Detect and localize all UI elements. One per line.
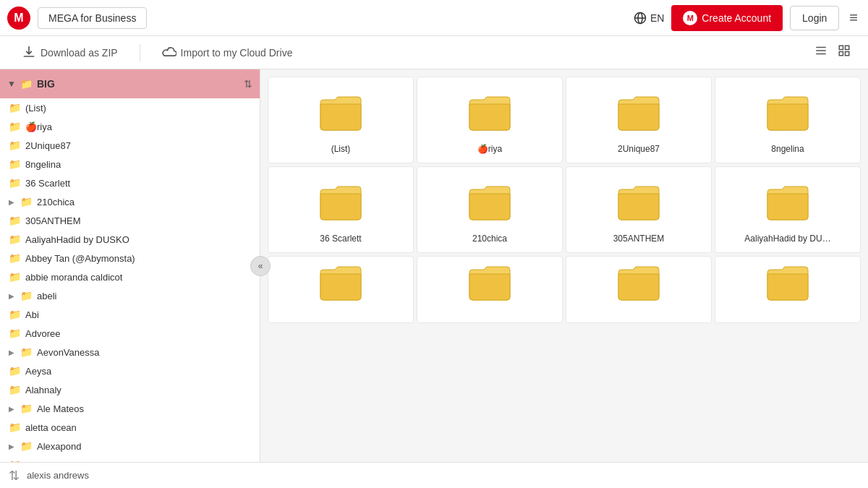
folder-icon: 📁 <box>20 290 33 301</box>
mega-m-badge: M <box>683 11 697 25</box>
svg-rect-8 <box>839 52 843 56</box>
folder-icon: 📁 <box>9 365 21 377</box>
folder-icon-large <box>617 94 660 138</box>
folder-icon: 📁 <box>9 121 21 132</box>
folder-icon-large <box>319 94 362 138</box>
sort-icon[interactable]: ⇅ <box>244 78 252 90</box>
main-area: ▼ 📁 BIG ⇅ 📁 (List) 📁 🍎riya 📁 2Unique87 <box>0 69 868 462</box>
folder-icon: 📁 <box>9 384 21 395</box>
sidebar-item-8ngelina[interactable]: 📁 8ngelina <box>0 155 260 174</box>
sidebar-item-305anthem[interactable]: 📁 305ANTHEM <box>0 211 260 230</box>
folder-icon: 📁 <box>9 328 21 339</box>
grid-item-row3-3[interactable] <box>566 256 712 323</box>
sidebar-item-2unique87[interactable]: 📁 2Unique87 <box>0 136 260 155</box>
language-button[interactable]: EN <box>634 12 664 25</box>
folder-icon: 📁 <box>9 252 21 264</box>
folder-icon-large <box>617 184 660 228</box>
folder-icon: 📁 <box>20 196 33 207</box>
folder-icon: 📁 <box>9 234 21 245</box>
toolbar-divider <box>140 44 140 61</box>
sidebar-header: ▼ 📁 BIG ⇅ <box>0 69 260 98</box>
mega-business-button[interactable]: MEGA for Business <box>38 7 147 29</box>
sidebar-item-aeysa[interactable]: 📁 Aeysa <box>0 361 260 380</box>
grid-item-2unique87[interactable]: 2Unique87 <box>566 77 712 163</box>
folder-icon-large <box>766 184 809 228</box>
grid-item-row3-1[interactable] <box>268 256 414 323</box>
grid-item-305anthem[interactable]: 305ANTHEM <box>566 166 712 253</box>
folder-icon-large <box>617 264 660 308</box>
svg-rect-6 <box>839 46 843 49</box>
folder-icon-large <box>468 94 511 138</box>
folder-icon-large <box>468 184 511 228</box>
folder-icon: 📁 <box>9 102 21 114</box>
transfer-icon[interactable]: ⇅ <box>9 468 20 484</box>
folder-icon: 📁 <box>20 403 33 414</box>
list-view-icon <box>814 44 827 57</box>
sidebar-item-aaliyah[interactable]: 📁 AaliyahHadid by DUSKO <box>0 230 260 249</box>
grid-view-button[interactable] <box>835 41 854 64</box>
sidebar-collapse-button[interactable]: « <box>250 256 271 276</box>
sidebar-item-alexia[interactable]: 📁 Alexia Metzli <box>0 455 260 462</box>
chevron-right-icon: ▶ <box>9 442 14 450</box>
grid-item-210chica[interactable]: 210chica <box>417 166 563 253</box>
sidebar: ▼ 📁 BIG ⇅ 📁 (List) 📁 🍎riya 📁 2Unique87 <box>0 69 260 462</box>
sidebar-list: 📁 (List) 📁 🍎riya 📁 2Unique87 📁 8ngelina … <box>0 98 260 462</box>
chevron-right-icon: ▶ <box>9 198 14 206</box>
grid-item-36scarlett[interactable]: 36 Scarlett <box>268 166 414 253</box>
menu-button[interactable]: ≡ <box>846 7 861 29</box>
folder-icon: 📁 <box>9 271 21 283</box>
toolbar: Download as ZIP Import to my Cloud Drive <box>0 36 868 69</box>
grid-item-8ngelina[interactable]: 8ngelina <box>715 77 861 163</box>
sidebar-item-alahnaly[interactable]: 📁 Alahnaly <box>0 380 260 399</box>
sidebar-chevron-icon: ▼ <box>7 79 16 89</box>
chevron-right-icon: ▶ <box>9 292 14 300</box>
sidebar-wrapper: ▼ 📁 BIG ⇅ 📁 (List) 📁 🍎riya 📁 2Unique87 <box>0 69 260 462</box>
sidebar-item-list[interactable]: 📁 (List) <box>0 98 260 117</box>
folder-icon: 📁 <box>9 158 21 170</box>
sidebar-item-alexapond[interactable]: ▶ 📁 Alexapond <box>0 437 260 455</box>
folder-icon: 📁 <box>9 459 21 462</box>
sidebar-title: BIG <box>37 78 239 90</box>
cloud-icon <box>162 46 176 60</box>
folder-icon-large <box>468 264 511 308</box>
status-bar: ⇅ alexis andrews <box>0 462 868 488</box>
grid-view-icon <box>838 44 851 57</box>
folder-icon: 📁 <box>20 440 33 452</box>
folder-icon-large <box>766 264 809 308</box>
grid-item-aaliyah[interactable]: AaliyahHadid by DU… <box>715 166 861 253</box>
sidebar-item-advoree[interactable]: 📁 Advoree <box>0 324 260 343</box>
folder-icon: 📁 <box>9 309 21 320</box>
folder-icon-large <box>319 264 362 308</box>
folder-icon-large <box>319 184 362 228</box>
mega-logo[interactable]: M <box>7 7 30 30</box>
sidebar-folder-icon: 📁 <box>20 78 33 90</box>
grid-item-riya[interactable]: 🍎riya <box>417 77 563 163</box>
login-button[interactable]: Login <box>790 6 839 30</box>
grid-item-row3-4[interactable] <box>715 256 861 323</box>
sidebar-item-abbey[interactable]: 📁 Abbey Tan (@Abymonsta) <box>0 249 260 267</box>
list-view-button[interactable] <box>812 41 830 64</box>
folder-icon: 📁 <box>9 177 21 189</box>
download-icon <box>22 46 36 60</box>
folder-grid: (List) 🍎riya 2Unique8 <box>268 77 861 323</box>
download-zip-button[interactable]: Download as ZIP <box>14 41 125 64</box>
sidebar-item-210chica[interactable]: ▶ 📁 210chica <box>0 192 260 211</box>
grid-item-list[interactable]: (List) <box>268 77 414 163</box>
sidebar-item-abbie[interactable]: 📁 abbie moranda caldicot <box>0 267 260 286</box>
create-account-button[interactable]: M Create Account <box>671 5 783 31</box>
sidebar-item-abeli[interactable]: ▶ 📁 abeli <box>0 286 260 305</box>
import-button[interactable]: Import to my Cloud Drive <box>155 41 300 64</box>
folder-icon: 📁 <box>9 421 21 433</box>
sidebar-item-abi[interactable]: 📁 Abi <box>0 305 260 324</box>
content-area: (List) 🍎riya 2Unique8 <box>260 69 868 462</box>
folder-icon: 📁 <box>9 140 21 151</box>
sidebar-item-aletta[interactable]: 📁 aletta ocean <box>0 418 260 437</box>
globe-icon <box>634 12 647 25</box>
grid-item-row3-2[interactable] <box>417 256 563 323</box>
sidebar-item-aevon[interactable]: ▶ 📁 AevonVanessa <box>0 343 260 361</box>
sidebar-item-alemateos[interactable]: ▶ 📁 Ale Mateos <box>0 399 260 418</box>
view-icons <box>812 41 854 64</box>
sidebar-item-riya[interactable]: 📁 🍎riya <box>0 117 260 136</box>
folder-icon: 📁 <box>9 215 21 226</box>
sidebar-item-36scarlett[interactable]: 📁 36 Scarlett <box>0 174 260 192</box>
